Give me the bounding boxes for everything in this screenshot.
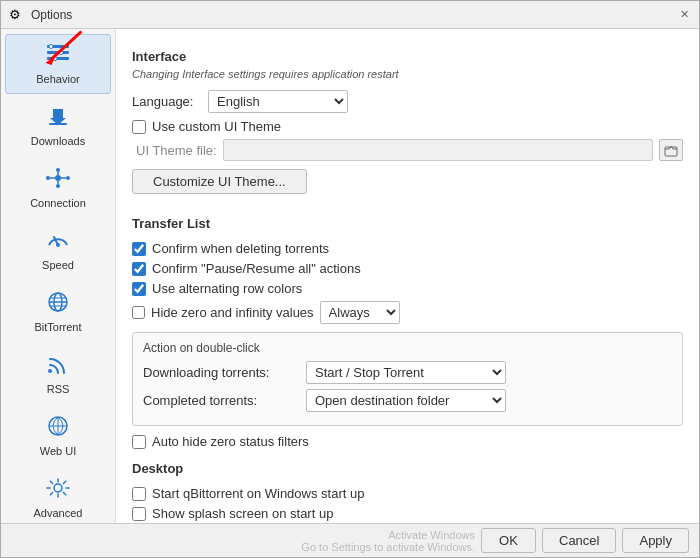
custom-theme-row: Use custom UI Theme (132, 119, 683, 134)
svg-point-27 (54, 484, 62, 492)
alt-row-colors-checkbox[interactable] (132, 282, 146, 296)
confirm-pause-row: Confirm "Pause/Resume all" actions (132, 261, 683, 276)
svg-rect-6 (49, 123, 67, 125)
svg-point-4 (59, 51, 63, 55)
language-label: Language: (132, 94, 202, 109)
speed-icon (45, 229, 71, 255)
svg-point-8 (46, 176, 50, 180)
section-desktop-title: Desktop (132, 461, 683, 476)
advanced-icon (45, 477, 71, 503)
svg-point-11 (56, 184, 60, 188)
advanced-label: Advanced (34, 507, 83, 519)
behavior-icon (45, 43, 71, 69)
auto-hide-row: Auto hide zero status filters (132, 434, 683, 449)
svg-rect-28 (665, 147, 677, 156)
start-qbit-checkbox[interactable] (132, 487, 146, 501)
apply-button[interactable]: Apply (622, 528, 689, 553)
language-select[interactable]: English Français Deutsch (208, 90, 348, 113)
svg-rect-1 (47, 51, 69, 54)
start-qbit-label: Start qBittorrent on Windows start up (152, 486, 364, 501)
show-splash-row: Show splash screen on start up (132, 506, 683, 521)
theme-file-label: UI Theme file: (136, 143, 217, 158)
main-body: Behavior Downloads (1, 29, 699, 523)
sidebar: Behavior Downloads (1, 29, 116, 523)
completed-row: Completed torrents: Open destination fol… (143, 389, 672, 412)
confirm-delete-checkbox[interactable] (132, 242, 146, 256)
activate-line1: Activate Windows (388, 529, 475, 541)
alt-row-colors-row: Use alternating row colors (132, 281, 683, 296)
bittorrent-icon (45, 291, 71, 317)
theme-file-row: UI Theme file: (136, 139, 683, 161)
sidebar-item-connection[interactable]: Connection (5, 158, 111, 218)
svg-point-17 (56, 243, 60, 247)
theme-file-input[interactable] (223, 139, 653, 161)
sidebar-item-bittorrent[interactable]: BitTorrent (5, 282, 111, 342)
svg-point-10 (56, 168, 60, 172)
hide-zero-row: Hide zero and infinity values Always Nev… (132, 301, 683, 324)
downloading-select[interactable]: Start / Stop Torrent Open destination fo… (306, 361, 506, 384)
hide-zero-label: Hide zero and infinity values (151, 305, 314, 320)
sidebar-item-speed[interactable]: Speed (5, 220, 111, 280)
sidebar-item-advanced[interactable]: Advanced (5, 468, 111, 523)
hide-zero-checkbox[interactable] (132, 306, 145, 319)
webui-icon (45, 415, 71, 441)
confirm-delete-row: Confirm when deleting torrents (132, 241, 683, 256)
show-splash-label: Show splash screen on start up (152, 506, 333, 521)
svg-point-3 (49, 45, 53, 49)
rss-icon (45, 353, 71, 379)
double-click-section: Action on double-click Downloading torre… (132, 332, 683, 426)
close-button[interactable]: ✕ (677, 8, 691, 22)
window-title: Options (31, 8, 671, 22)
auto-hide-label: Auto hide zero status filters (152, 434, 309, 449)
sidebar-item-downloads[interactable]: Downloads (5, 96, 111, 156)
connection-icon (45, 167, 71, 193)
bittorrent-label: BitTorrent (34, 321, 81, 333)
connection-label: Connection (30, 197, 86, 209)
svg-point-7 (55, 175, 61, 181)
content-panel: Interface Changing Interface settings re… (116, 29, 699, 523)
title-bar: ⚙ Options ✕ (1, 1, 699, 29)
sidebar-item-webui[interactable]: Web UI (5, 406, 111, 466)
svg-point-9 (66, 176, 70, 180)
webui-label: Web UI (40, 445, 76, 457)
sidebar-item-rss[interactable]: RSS (5, 344, 111, 404)
section-interface-title: Interface (132, 49, 683, 64)
window-icon: ⚙ (9, 7, 25, 23)
section-interface-note: Changing Interface settings requires app… (132, 68, 683, 80)
activate-line2: Go to Settings to activate Windows. (301, 541, 475, 553)
downloads-icon (45, 105, 71, 131)
confirm-pause-label: Confirm "Pause/Resume all" actions (152, 261, 361, 276)
behavior-label: Behavior (36, 73, 79, 85)
show-splash-checkbox[interactable] (132, 507, 146, 521)
downloading-row: Downloading torrents: Start / Stop Torre… (143, 361, 672, 384)
completed-label: Completed torrents: (143, 393, 298, 408)
language-row: Language: English Français Deutsch (132, 90, 683, 113)
alt-row-colors-label: Use alternating row colors (152, 281, 302, 296)
custom-theme-label: Use custom UI Theme (152, 119, 281, 134)
start-qbit-row: Start qBittorrent on Windows start up (132, 486, 683, 501)
custom-theme-checkbox[interactable] (132, 120, 146, 134)
rss-label: RSS (47, 383, 70, 395)
confirm-pause-checkbox[interactable] (132, 262, 146, 276)
section-transfer-title: Transfer List (132, 216, 683, 231)
double-click-title: Action on double-click (143, 341, 672, 355)
hide-zero-select[interactable]: Always Never (320, 301, 400, 324)
customize-theme-button[interactable]: Customize UI Theme... (132, 169, 307, 194)
cancel-button[interactable]: Cancel (542, 528, 616, 553)
sidebar-item-behavior[interactable]: Behavior (5, 34, 111, 94)
footer-bar: Activate Windows Go to Settings to activ… (1, 523, 699, 557)
confirm-delete-label: Confirm when deleting torrents (152, 241, 329, 256)
svg-point-23 (48, 369, 52, 373)
speed-label: Speed (42, 259, 74, 271)
downloads-label: Downloads (31, 135, 85, 147)
ok-button[interactable]: OK (481, 528, 536, 553)
theme-file-browse-button[interactable] (659, 139, 683, 161)
completed-select[interactable]: Open destination folder Start / Stop Tor… (306, 389, 506, 412)
downloading-label: Downloading torrents: (143, 365, 298, 380)
auto-hide-checkbox[interactable] (132, 435, 146, 449)
svg-point-5 (53, 57, 57, 61)
svg-rect-2 (47, 57, 69, 60)
